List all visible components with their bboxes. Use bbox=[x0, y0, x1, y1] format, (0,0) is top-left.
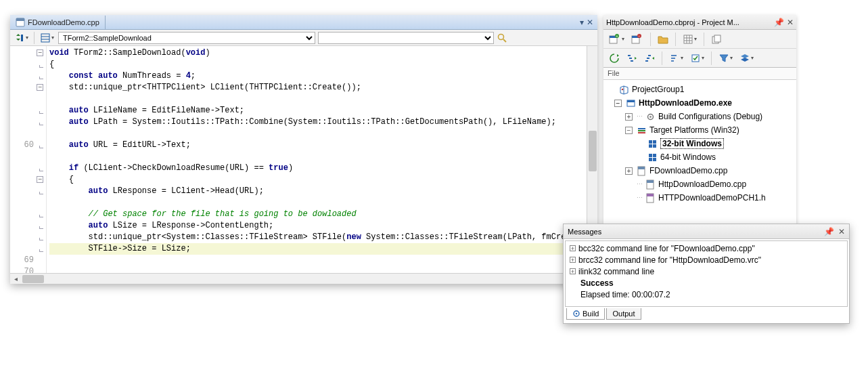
tree-item[interactable]: −Target Platforms (Win32) bbox=[605, 123, 795, 137]
close-icon[interactable]: ✕ bbox=[787, 18, 794, 27]
svg-rect-26 bbox=[628, 55, 631, 56]
message-row[interactable]: +ilink32 command line bbox=[567, 266, 846, 277]
history-dropdown-button[interactable]: ▾ bbox=[13, 32, 30, 44]
expand-icon[interactable]: + bbox=[570, 245, 576, 251]
tree-item[interactable]: −HttpDownloadDemo.exe bbox=[605, 96, 795, 110]
project-manager-titlebar: HttpDownloadDemo.cbproj - Project M... 📌… bbox=[603, 15, 796, 30]
collapse-icon[interactable]: − bbox=[625, 127, 633, 134]
sync-button[interactable] bbox=[710, 33, 723, 45]
fold-toggle[interactable]: − bbox=[37, 84, 43, 91]
svg-marker-29 bbox=[635, 57, 637, 60]
tab-label: Build bbox=[583, 310, 599, 318]
collapse-icon[interactable]: − bbox=[614, 100, 622, 107]
add-project-button[interactable]: + ▾ bbox=[608, 33, 626, 45]
editor-body: 606970−−− void TForm2::SampleDownload(vo… bbox=[10, 46, 597, 273]
svg-text:+: + bbox=[616, 34, 618, 38]
collapse-selected-button[interactable] bbox=[643, 52, 656, 64]
view-options-button[interactable]: ▾ bbox=[681, 33, 698, 45]
message-row[interactable]: +bcc32c command line for "FDownloadDemo.… bbox=[567, 242, 846, 254]
tree-item-label: ProjectGroup1 bbox=[632, 85, 684, 94]
tree-item-label: Build Configurations (Debug) bbox=[658, 112, 762, 121]
tree-item-label: HttpDownloadDemo.cpp bbox=[658, 180, 746, 189]
expand-icon[interactable]: + bbox=[625, 167, 633, 175]
svg-rect-18 bbox=[684, 35, 692, 43]
fold-toggle[interactable]: − bbox=[37, 176, 43, 183]
scroll-left-arrow-icon[interactable]: ◂ bbox=[10, 275, 21, 282]
message-text: bcc32c command line for "FDownloadDemo.c… bbox=[578, 244, 755, 253]
sort-button[interactable]: ▾ bbox=[668, 52, 685, 64]
expand-icon[interactable]: + bbox=[625, 113, 633, 121]
svg-rect-44 bbox=[627, 100, 635, 102]
code-text-area[interactable]: void TForm2::SampleDownload(void){ const… bbox=[47, 46, 597, 273]
project-tree[interactable]: ProjectGroup1−HttpDownloadDemo.exe+⋯Buil… bbox=[603, 80, 796, 228]
navigation-combo[interactable]: TForm2::SampleDownload bbox=[58, 32, 315, 44]
cpp-file-icon bbox=[16, 18, 25, 27]
messages-list[interactable]: +bcc32c command line for "FDownloadDemo.… bbox=[565, 240, 848, 307]
fold-toggle[interactable]: − bbox=[37, 49, 43, 56]
editor-tab-fdownloaddemo[interactable]: FDownloadDemo.cpp bbox=[10, 16, 106, 29]
tree-item[interactable]: 32-bit Windows bbox=[605, 137, 795, 150]
message-text: Success bbox=[580, 278, 614, 288]
project-tree-heading: File bbox=[603, 68, 796, 80]
pin-icon[interactable]: 📌 bbox=[824, 227, 834, 236]
configure-button[interactable]: ▾ bbox=[689, 52, 706, 64]
tree-item[interactable]: 64-bit Windows bbox=[605, 150, 795, 164]
tab-dropdown-icon[interactable]: ▾ bbox=[580, 18, 584, 27]
svg-rect-31 bbox=[647, 58, 649, 59]
tree-item[interactable]: ⋯HTTPDownloadDemoPCH1.h bbox=[605, 191, 795, 205]
expand-icon[interactable]: + bbox=[570, 257, 576, 263]
svg-rect-27 bbox=[629, 58, 632, 59]
svg-rect-1 bbox=[16, 18, 24, 21]
tab-close-icon[interactable]: ✕ bbox=[587, 18, 593, 27]
messages-tabs: Build Output bbox=[564, 308, 849, 323]
tree-item[interactable]: ProjectGroup1 bbox=[605, 83, 795, 96]
svg-marker-33 bbox=[652, 57, 654, 60]
exe-icon bbox=[626, 98, 636, 108]
project-toolbar-row2: ▾ ▾ ▾ ▾ bbox=[603, 49, 796, 68]
pin-icon[interactable]: 📌 bbox=[774, 18, 784, 27]
expand-icon[interactable]: + bbox=[570, 268, 576, 274]
message-row[interactable]: +brcc32 command line for "HttpDownloadDe… bbox=[567, 254, 846, 266]
search-icon[interactable] bbox=[497, 33, 507, 43]
refresh-button[interactable] bbox=[608, 52, 621, 64]
layers-button[interactable]: ▾ bbox=[738, 52, 755, 64]
remove-project-button[interactable]: − bbox=[630, 33, 645, 45]
filter-button[interactable]: ▾ bbox=[717, 52, 734, 64]
svg-text:−: − bbox=[639, 34, 641, 38]
code-editor-panel: FDownloadDemo.cpp ▾ ✕ ▾ ▾ TForm2::Sample… bbox=[10, 15, 597, 284]
svg-point-46 bbox=[649, 116, 652, 118]
vertical-scroll-thumb[interactable] bbox=[589, 131, 597, 171]
expand-selected-button[interactable] bbox=[625, 52, 639, 64]
messages-title: Messages bbox=[568, 228, 820, 236]
messages-tab-build[interactable]: Build bbox=[566, 308, 605, 320]
navigation-combo-secondary[interactable] bbox=[318, 32, 494, 44]
gear-icon bbox=[572, 310, 580, 318]
message-text: brcc32 command line for "HttpDownloadDem… bbox=[578, 255, 761, 265]
horizontal-scrollbar[interactable]: ◂ ▸ bbox=[10, 273, 597, 284]
message-row[interactable]: Elapsed time: 00:00:07.2 bbox=[567, 289, 846, 300]
tree-item[interactable]: ⋯HttpDownloadDemo.cpp bbox=[605, 177, 795, 191]
svg-rect-51 bbox=[653, 140, 656, 144]
view-folder-button[interactable] bbox=[656, 33, 670, 45]
line-number-gutter: 606970−−− bbox=[10, 46, 47, 273]
tree-item[interactable]: +⋯Build Configurations (Debug) bbox=[605, 110, 795, 123]
tree-item-label: FDownloadDemo.cpp bbox=[649, 166, 727, 175]
svg-rect-63 bbox=[647, 194, 654, 196]
message-row[interactable]: Success bbox=[567, 277, 846, 289]
message-text: Elapsed time: 00:00:07.2 bbox=[580, 290, 670, 299]
tree-item-label: 64-bit Windows bbox=[660, 152, 716, 162]
svg-rect-5 bbox=[41, 34, 49, 42]
svg-rect-4 bbox=[21, 35, 23, 41]
message-text: ilink32 command line bbox=[578, 267, 654, 276]
messages-tab-output[interactable]: Output bbox=[606, 308, 641, 320]
tree-item[interactable]: +FDownloadDemo.cpp bbox=[605, 164, 795, 177]
project-toolbar-row1: + ▾ − ▾ bbox=[603, 30, 796, 49]
win-icon bbox=[647, 152, 658, 163]
target-icon bbox=[637, 125, 647, 135]
svg-marker-39 bbox=[741, 58, 749, 62]
messages-panel: Messages 📌 ✕ +bcc32c command line for "F… bbox=[563, 224, 850, 324]
horizontal-scroll-thumb[interactable] bbox=[22, 275, 44, 283]
project-manager-panel: HttpDownloadDemo.cbproj - Project M... 📌… bbox=[603, 15, 796, 228]
file-sections-button[interactable]: ▾ bbox=[39, 32, 55, 44]
close-icon[interactable]: ✕ bbox=[838, 227, 845, 236]
